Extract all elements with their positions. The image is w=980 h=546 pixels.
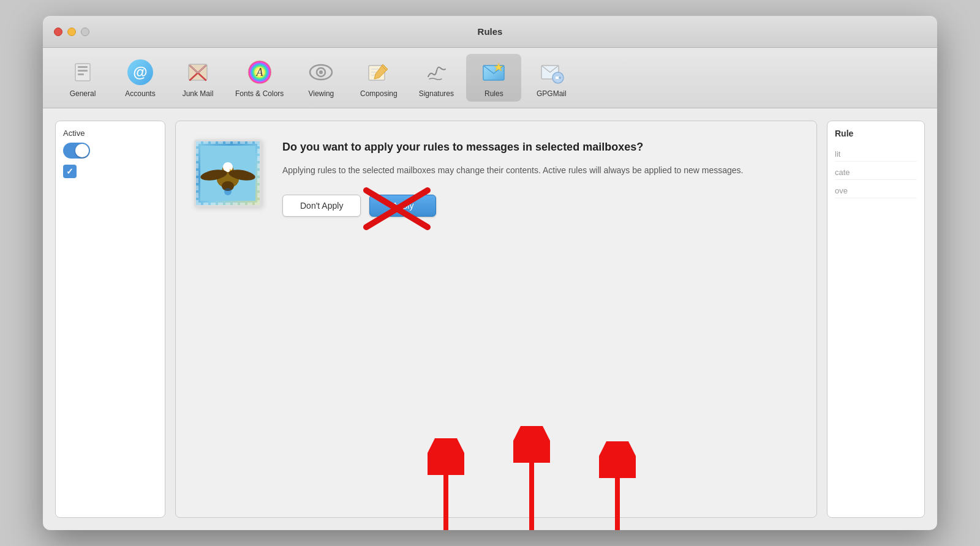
toolbar: General @ Accounts Junk Mail (43, 48, 937, 108)
mail-stamp-icon (194, 140, 268, 213)
dialog-title: Do you want to apply your rules to messa… (282, 140, 798, 155)
rule-toggle-1[interactable] (63, 143, 90, 159)
right-panel: Rule lit cate ove (827, 121, 925, 518)
svg-rect-2 (78, 70, 88, 72)
arrow-2 (513, 426, 550, 530)
fonts-colors-label: Fonts & Colors (235, 89, 284, 98)
rule-item-1: cate (835, 165, 917, 180)
rule-heading: Rule (835, 129, 917, 138)
apply-button[interactable]: Apply (369, 195, 436, 217)
checkbox-check-icon: ✓ (66, 166, 74, 176)
active-label: Active (63, 129, 157, 138)
left-panel: Active ✓ (55, 121, 165, 518)
svg-text:A: A (255, 66, 263, 78)
gpgmail-label: GPGMail (537, 89, 567, 98)
accounts-label: Accounts (125, 89, 155, 98)
junk-mail-icon (183, 58, 213, 87)
composing-label: Composing (360, 89, 398, 98)
arrow-1 (428, 438, 464, 530)
toolbar-item-junk-mail[interactable]: Junk Mail (170, 54, 225, 102)
mail-stamp (194, 140, 262, 207)
fonts-colors-icon: A (245, 58, 274, 87)
traffic-lights (54, 28, 89, 36)
close-button[interactable] (54, 28, 62, 36)
toggle-knob (75, 144, 89, 157)
rules-icon (479, 58, 508, 87)
stamp-eagle-art (196, 141, 260, 205)
main-window: Rules General @ Accounts (43, 16, 937, 530)
toolbar-item-viewing[interactable]: Viewing (293, 54, 349, 102)
dont-apply-button[interactable]: Don't Apply (282, 195, 361, 217)
signatures-label: Signatures (419, 89, 454, 98)
arrow-3 (599, 441, 636, 530)
toolbar-item-gpgmail[interactable]: GPGMail (524, 54, 579, 102)
dialog-body: Applying rules to the selected mailboxes… (282, 163, 798, 177)
composing-icon (364, 58, 393, 87)
rule-item-2: ove (835, 184, 917, 198)
rule-item-0: lit (835, 147, 917, 162)
toolbar-item-general[interactable]: General (55, 54, 110, 102)
viewing-label: Viewing (308, 89, 334, 98)
toggle-container: ✓ (63, 143, 157, 178)
general-icon (68, 58, 97, 87)
viewing-icon (306, 58, 336, 87)
gpgmail-icon (537, 58, 566, 87)
rules-label: Rules (484, 89, 503, 98)
svg-rect-1 (78, 66, 88, 68)
toolbar-item-accounts[interactable]: @ Accounts (113, 54, 168, 102)
dialog-buttons: Don't Apply Apply (282, 195, 798, 217)
junk-mail-label: Junk Mail (183, 89, 214, 98)
toolbar-item-fonts-colors[interactable]: A Fonts & Colors (228, 54, 291, 102)
toolbar-item-composing[interactable]: Composing (351, 54, 406, 102)
window-title: Rules (478, 26, 503, 37)
svg-point-21 (559, 77, 561, 79)
apply-button-wrapper: Apply (369, 195, 436, 217)
svg-point-11 (319, 70, 323, 74)
toolbar-item-rules[interactable]: Rules (466, 54, 521, 102)
general-label: General (70, 89, 96, 98)
accounts-icon: @ (126, 58, 155, 87)
maximize-button[interactable] (81, 28, 89, 36)
signatures-icon (421, 58, 451, 87)
main-content: Active ✓ (43, 108, 937, 530)
svg-rect-3 (78, 73, 84, 75)
title-bar: Rules (43, 16, 937, 48)
rule-checkbox-1[interactable]: ✓ (63, 165, 77, 178)
minimize-button[interactable] (67, 28, 76, 36)
toolbar-item-signatures[interactable]: Signatures (409, 54, 464, 102)
arrows-container (428, 426, 636, 530)
dialog-text-area: Do you want to apply your rules to messa… (282, 140, 798, 217)
